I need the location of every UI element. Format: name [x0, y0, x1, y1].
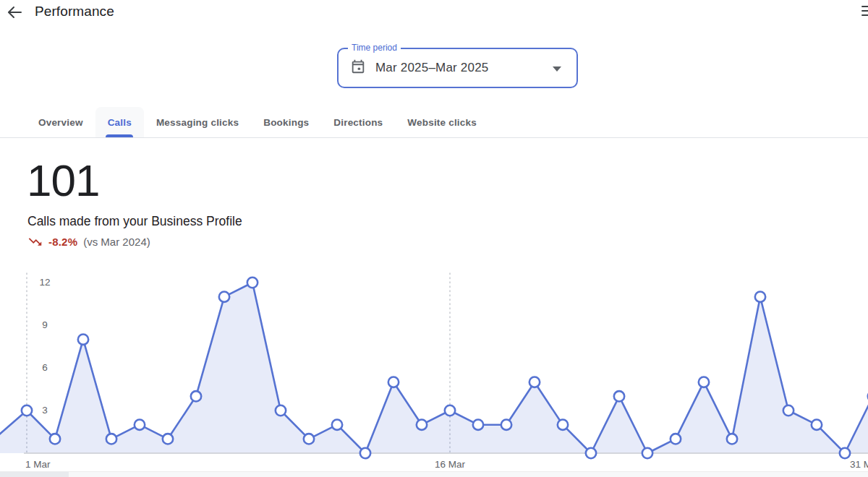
chart-point-day-12[interactable]	[332, 419, 342, 429]
tab-bar: OverviewCallsMessaging clicksBookingsDir…	[26, 107, 489, 137]
y-axis-label-9: 9	[42, 319, 48, 330]
chart-point-day-23[interactable]	[642, 448, 652, 458]
chart-point-day-5[interactable]	[135, 419, 145, 429]
arrow-left-icon	[6, 12, 23, 23]
x-axis-label-16-mar: 16 Mar	[435, 459, 466, 470]
calendar-icon	[350, 59, 366, 77]
bottom-edge-strip	[0, 471, 868, 477]
tabs-divider	[0, 137, 868, 138]
x-axis-label-31-mar: 31 Mar	[850, 459, 868, 470]
chart-point-day-28[interactable]	[783, 405, 793, 416]
time-period-value: Mar 2025–Mar 2025	[375, 61, 489, 75]
tab-calls[interactable]: Calls	[95, 107, 144, 137]
chart-point-day-16[interactable]	[445, 405, 455, 416]
trend-percent: -8.2%	[48, 236, 77, 248]
dropdown-arrow-icon	[553, 66, 561, 72]
chart-point-day-18[interactable]	[501, 419, 511, 429]
chart-point-day-17[interactable]	[473, 419, 483, 429]
chart-point-day-13[interactable]	[360, 448, 370, 458]
chart-point-day-27[interactable]	[755, 291, 765, 301]
chart-point-day-4[interactable]	[106, 434, 116, 444]
trending-down-icon	[27, 234, 43, 249]
tab-overview[interactable]: Overview	[26, 107, 95, 137]
tab-website-clicks[interactable]: Website clicks	[395, 107, 489, 137]
back-button[interactable]	[6, 4, 23, 21]
page-title: Performance	[35, 4, 114, 20]
app-header: Performance	[0, 0, 868, 25]
chart-point-day-20[interactable]	[558, 419, 568, 429]
trend-comparison: (vs Mar 2024)	[83, 236, 150, 248]
x-axis-label-1-mar: 1 Mar	[25, 459, 51, 470]
time-period-label: Time period	[348, 43, 401, 53]
y-axis-label-12: 12	[39, 277, 50, 288]
chart-point-day-22[interactable]	[614, 391, 624, 401]
kpi-total-calls: 101	[27, 158, 99, 203]
chart-point-day-29[interactable]	[812, 419, 822, 429]
chart-point-day-19[interactable]	[529, 377, 540, 387]
chart-point-day-1[interactable]	[22, 405, 32, 416]
menu-icon[interactable]	[861, 6, 868, 19]
kpi-description: Calls made from your Business Profile	[27, 214, 242, 229]
tab-bookings[interactable]: Bookings	[251, 107, 321, 137]
chart-point-day-6[interactable]	[163, 434, 173, 444]
chart-point-day-3[interactable]	[78, 334, 88, 344]
chart-point-day-7[interactable]	[191, 391, 201, 401]
calls-chart-container: 369121 Mar16 Mar31 Mar	[0, 267, 868, 477]
kpi-trend: -8.2% (vs Mar 2024)	[27, 234, 150, 249]
tab-directions[interactable]: Directions	[321, 107, 395, 137]
chart-point-day-11[interactable]	[304, 434, 314, 444]
chart-point-day-9[interactable]	[247, 278, 258, 288]
y-axis-label-6: 6	[42, 362, 48, 373]
y-axis-label-3: 3	[42, 405, 48, 416]
chart-point-day-14[interactable]	[388, 377, 399, 387]
chart-point-day-10[interactable]	[276, 405, 286, 416]
chart-point-day-26[interactable]	[727, 434, 737, 444]
calls-chart[interactable]: 369121 Mar16 Mar31 Mar	[0, 267, 868, 477]
time-period-selector[interactable]: Time period Mar 2025–Mar 2025	[337, 48, 578, 88]
chart-point-day-24[interactable]	[671, 434, 681, 444]
chart-point-day-21[interactable]	[586, 448, 596, 458]
chart-point-day-8[interactable]	[219, 291, 229, 301]
chart-point-day-2[interactable]	[50, 434, 60, 444]
tab-messaging-clicks[interactable]: Messaging clicks	[144, 107, 251, 137]
chart-point-day-15[interactable]	[417, 419, 427, 429]
chart-point-day-30[interactable]	[840, 448, 850, 458]
chart-point-day-25[interactable]	[699, 377, 709, 387]
